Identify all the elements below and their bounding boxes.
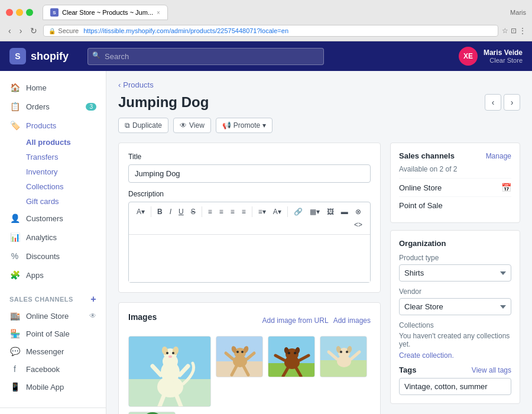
title-description-card: Title Description A▾ B I U S — [118, 143, 381, 293]
add-image-url-link[interactable]: Add image from URL — [262, 316, 329, 325]
orders-icon: 📋 — [9, 101, 20, 112]
sidebar-sub-inventory[interactable]: Inventory — [0, 164, 106, 179]
svg-point-9 — [172, 352, 174, 354]
breadcrumb: ‹ Products — [118, 80, 520, 89]
product-type-select[interactable]: Shirts — [399, 264, 511, 282]
editor-body[interactable] — [129, 235, 370, 282]
font-btn[interactable]: A▾ — [134, 206, 148, 218]
sidebar-sub-gift-cards[interactable]: Gift cards — [0, 194, 106, 209]
product-type-label: Product type — [399, 254, 511, 262]
products-icon: 🏷️ — [9, 120, 20, 131]
duplicate-button[interactable]: ⧉ Duplicate — [118, 118, 168, 133]
color-btn[interactable]: A▾ — [270, 206, 284, 218]
bold-btn[interactable]: B — [154, 206, 166, 218]
sidebar-sub-collections[interactable]: Collections — [0, 179, 106, 194]
hr-btn[interactable]: ▬ — [338, 206, 351, 218]
sidebar: 🏠 Home 📋 Orders 3 🏷️ Products All produc… — [0, 71, 106, 414]
tags-input[interactable] — [399, 378, 511, 395]
extension-icon[interactable]: ⊡ — [511, 27, 517, 35]
messenger-label: Messenger — [26, 347, 64, 356]
facebook-icon: f — [9, 364, 20, 374]
manage-channels-link[interactable]: Manage — [486, 152, 511, 160]
pos-channel-label: Point of Sale — [399, 201, 443, 210]
menu-icon[interactable]: ⋮ — [519, 27, 526, 35]
minimize-dot[interactable] — [16, 9, 23, 16]
breadcrumb-products-link[interactable]: Products — [123, 80, 153, 89]
create-collection-link[interactable]: Create collection. — [399, 351, 454, 360]
eye-icon[interactable]: 👁 — [89, 312, 96, 320]
sidebar-sub-all-products[interactable]: All products — [0, 135, 106, 150]
sidebar-item-discounts[interactable]: % Discounts — [0, 247, 106, 266]
pos-channel-row: Point of Sale — [399, 196, 511, 214]
sidebar-item-apps[interactable]: 🧩 Apps — [0, 266, 106, 284]
sidebar-item-orders[interactable]: 📋 Orders 3 — [0, 97, 106, 116]
page-header: Jumping Dog ‹ › — [118, 94, 520, 111]
title-label: Title — [128, 153, 371, 161]
sales-channels-title: SALES CHANNELS + — [0, 284, 106, 307]
search-input[interactable] — [87, 48, 324, 65]
outdent-btn[interactable]: ≡ — [239, 206, 249, 218]
images-actions: Add image from URL Add images — [262, 316, 371, 325]
list-btn[interactable]: ≡ — [205, 206, 215, 218]
underline-btn[interactable]: U — [176, 206, 187, 218]
description-editor: A▾ B I U S ≡ ≡ ≡ ≡ — [128, 202, 371, 283]
sidebar-item-messenger[interactable]: 💬 Messenger — [0, 342, 106, 360]
sidebar-item-home[interactable]: 🏠 Home — [0, 78, 106, 97]
active-tab[interactable]: S Clear Store ~ Products ~ Jum... × — [43, 5, 168, 20]
sidebar-item-facebook[interactable]: f Facebook — [0, 360, 106, 378]
browser-action-icons: ☆ ⊡ ⋮ — [502, 27, 526, 35]
sales-channels-card-header: Sales channels Manage — [399, 151, 511, 160]
sidebar-sub-transfers[interactable]: Transfers — [0, 150, 106, 164]
address-bar[interactable]: 🔒 Secure https://itissible.myshopify.com… — [43, 25, 498, 37]
toolbar-sep-3 — [252, 206, 252, 217]
italic-btn[interactable]: I — [167, 206, 174, 218]
view-button[interactable]: 👁 View — [173, 118, 211, 133]
product-image-3[interactable] — [268, 336, 315, 377]
vendor-select[interactable]: Clear Store — [399, 298, 511, 315]
view-all-tags-link[interactable]: View all tags — [472, 366, 511, 374]
indent-btn[interactable]: ≡ — [228, 206, 238, 218]
close-dot[interactable] — [6, 9, 13, 16]
product-image-1[interactable] — [128, 336, 211, 407]
product-image-5[interactable] — [128, 412, 176, 414]
sidebar-item-online-store[interactable]: 🏬 Online Store 👁 — [0, 307, 106, 325]
strikethrough-btn[interactable]: S — [188, 206, 199, 218]
add-sales-channel-button[interactable]: + — [90, 294, 96, 305]
link-btn[interactable]: 🔗 — [291, 206, 306, 218]
sidebar-item-analytics[interactable]: 📊 Analytics — [0, 228, 106, 247]
top-nav-right: XE Maris Veide Clear Store — [459, 47, 523, 66]
sidebar-item-products[interactable]: 🏷️ Products — [0, 116, 106, 135]
refresh-button[interactable]: ↻ — [28, 25, 40, 37]
tags-section: Tags View all tags — [399, 366, 511, 395]
image-btn[interactable]: 🖼 — [324, 206, 337, 218]
content-area: ‹ Products Jumping Dog ‹ › ⧉ Duplicate 👁 — [106, 71, 532, 414]
sidebar-item-customers[interactable]: 👤 Customers — [0, 209, 106, 228]
maximize-dot[interactable] — [26, 9, 33, 16]
product-image-4[interactable] — [320, 336, 367, 377]
available-text: Available on 2 of 2 — [399, 165, 511, 173]
table-btn[interactable]: ▦▾ — [307, 206, 323, 218]
add-images-link[interactable]: Add images — [333, 316, 371, 325]
source-btn[interactable]: <> — [351, 219, 365, 231]
prev-product-button[interactable]: ‹ — [485, 94, 501, 111]
promote-button[interactable]: 📢 Promote ▾ — [216, 118, 273, 133]
secure-label: Secure — [58, 27, 79, 34]
toolbar-sep-4 — [287, 206, 288, 217]
tab-close-button[interactable]: × — [157, 9, 160, 16]
images-card: Images Add image from URL Add images — [118, 302, 381, 414]
ordered-list-btn[interactable]: ≡ — [216, 206, 226, 218]
back-button[interactable]: ‹ — [6, 25, 14, 37]
sidebar-item-mobile-app[interactable]: 📱 Mobile App — [0, 378, 106, 396]
align-btn[interactable]: ≡▾ — [255, 206, 269, 218]
svg-point-8 — [166, 352, 168, 354]
pos-label: Point of Sale — [26, 329, 70, 338]
product-image-2[interactable] — [216, 336, 263, 377]
sales-channels-title-text: SALES CHANNELS — [9, 296, 73, 303]
embed-btn[interactable]: ⊗ — [352, 206, 364, 218]
forward-button[interactable]: › — [17, 25, 25, 37]
bookmark-icon[interactable]: ☆ — [502, 27, 508, 35]
collections-label: Collections — [26, 182, 64, 191]
next-product-button[interactable]: › — [504, 94, 520, 111]
sidebar-item-point-of-sale[interactable]: 🏪 Point of Sale — [0, 325, 106, 342]
title-input[interactable] — [128, 164, 371, 183]
